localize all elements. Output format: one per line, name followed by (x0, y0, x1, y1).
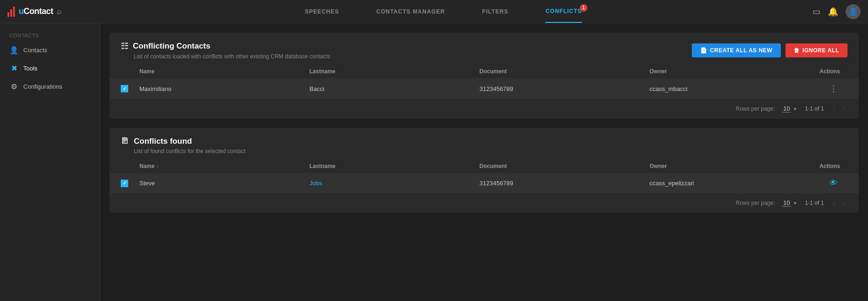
col2-name-header: Name ↑ (139, 163, 310, 169)
tab-filters[interactable]: FILTERS (482, 1, 508, 22)
sidebar-item-tools[interactable]: ✖ Tools (0, 59, 100, 77)
col2-document-header: Document (480, 163, 650, 169)
list-icon: ☷ (121, 41, 128, 51)
top-right-icons: ▭ 🔔 👤 (805, 4, 861, 19)
monitor-icon[interactable]: ▭ (813, 7, 820, 17)
conflicts-found-subtitle: List of found conflicts for the selected… (121, 148, 245, 154)
rows-per-page-select2[interactable]: 10 ▼ (782, 199, 797, 207)
sort-arrow-icon: ↑ (157, 164, 159, 169)
sidebar: Contacts 👤 Contacts ✖ Tools ⚙ Configurat… (0, 23, 100, 301)
conflicting-contacts-header: ☷ Conflicting Contacts List of contacts … (110, 33, 859, 64)
rows-per-page-value: 10 (782, 105, 791, 112)
prev-page-button2[interactable]: ‹ (831, 198, 837, 208)
tools-icon: ✖ (9, 64, 19, 73)
top-bar: uContact ⌕ SPEECHES CONTACTS MANAGER FIL… (0, 0, 868, 23)
conflicts-found-pagination: Rows per page: 10 ▼ 1-1 of 1 ‹ › (110, 193, 859, 213)
logo-icon (7, 7, 15, 17)
rows-dropdown-arrow: ▼ (793, 106, 798, 112)
rows-per-page-label: Rows per page: (736, 105, 775, 112)
row-owner: ccass_mbacci (649, 85, 820, 92)
main-nav: SPEECHES CONTACTS MANAGER FILTERS CONFLI… (82, 0, 805, 23)
page-navigation: ‹ › (831, 104, 847, 114)
conflicting-contacts-table: Name Lastname Document Owner Actions Max… (110, 64, 859, 99)
conflicts-found-title-area: 🖹 Conflicts found List of found conflict… (121, 136, 245, 154)
table-row: Steve Jobs 3123456789 ccass_epelizzari 👁 (110, 174, 859, 193)
tab-contacts-manager[interactable]: CONTACTS MANAGER (376, 1, 445, 22)
conflicting-contacts-title-area: ☷ Conflicting Contacts List of contacts … (121, 41, 331, 60)
col-owner-header: Owner (649, 68, 820, 75)
col2-lastname-header: Lastname (310, 163, 480, 169)
doc-icon: 🖹 (121, 136, 129, 146)
row2-actions-eye[interactable]: 👁 (820, 178, 847, 188)
ignore-all-button[interactable]: 🗑 IGNORE ALL (785, 43, 847, 57)
next-page-button2[interactable]: › (841, 198, 847, 208)
rows-dropdown-arrow2: ▼ (793, 201, 798, 206)
conflicting-contacts-subtitle: List of contacts loaded with conflicts w… (121, 53, 331, 60)
row-name: Maximiliano (139, 85, 310, 92)
config-icon: ⚙ (9, 82, 19, 91)
sidebar-item-configurations[interactable]: ⚙ Configurations (0, 77, 100, 96)
trash-icon: 🗑 (794, 47, 800, 54)
app-title: uContact (19, 7, 53, 16)
create-icon: 📄 (700, 47, 708, 54)
conflicts-found-table-header: Name ↑ Lastname Document Owner Actions (110, 159, 859, 174)
col-actions-header: Actions (820, 68, 847, 75)
sidebar-item-tools-label: Tools (23, 65, 37, 72)
table-row: Maximiliano Bacci 3123456789 ccass_mbacc… (110, 79, 859, 99)
conflicting-contacts-table-header: Name Lastname Document Owner Actions (110, 64, 859, 79)
logo-area: uContact ⌕ (7, 7, 82, 17)
sidebar-item-config-label: Configurations (23, 83, 62, 90)
next-page-button[interactable]: › (841, 104, 847, 114)
sidebar-section-label: Contacts (0, 29, 100, 41)
prev-page-button[interactable]: ‹ (831, 104, 837, 114)
col-name-header: Name (139, 68, 310, 75)
col2-owner-header: Owner (649, 163, 820, 169)
conflicts-found-title: 🖹 Conflicts found (121, 136, 245, 146)
conflicting-contacts-title: ☷ Conflicting Contacts (121, 41, 331, 51)
conflicts-found-table: Name ↑ Lastname Document Owner Actions S… (110, 159, 859, 193)
rows-per-page-select[interactable]: 10 ▼ (782, 105, 797, 112)
col2-actions-header: Actions (820, 163, 847, 169)
row2-document: 3123456789 (480, 180, 650, 187)
row2-checkbox[interactable] (121, 180, 128, 187)
col-lastname-header: Lastname (310, 68, 480, 75)
tab-speeches[interactable]: SPEECHES (305, 1, 339, 22)
row2-lastname[interactable]: Jobs (310, 180, 480, 187)
tab-conflicts[interactable]: CONFLICTS 1 (545, 0, 582, 23)
rows-per-page-label2: Rows per page: (736, 200, 775, 206)
create-all-as-new-button[interactable]: 📄 CREATE ALL AS NEW (692, 43, 781, 57)
conflicting-contacts-card: ☷ Conflicting Contacts List of contacts … (110, 33, 859, 119)
conflicts-badge: 1 (580, 4, 587, 12)
col-document-header: Document (480, 68, 650, 75)
main-content: ☷ Conflicting Contacts List of contacts … (100, 23, 868, 301)
user-avatar[interactable]: 👤 (846, 4, 861, 19)
conflicts-found-header: 🖹 Conflicts found List of found conflict… (110, 128, 859, 159)
conflicting-contacts-pagination: Rows per page: 10 ▼ 1-1 of 1 ‹ › (110, 99, 859, 119)
row-checkbox[interactable] (121, 85, 128, 92)
bell-icon[interactable]: 🔔 (828, 7, 838, 17)
search-icon[interactable]: ⌕ (57, 7, 62, 16)
conflicting-contacts-actions: 📄 CREATE ALL AS NEW 🗑 IGNORE ALL (692, 43, 847, 57)
row2-name: Steve (139, 180, 310, 187)
row2-owner: ccass_epelizzari (649, 180, 820, 187)
rows-per-page-value2: 10 (782, 199, 791, 207)
sidebar-item-contacts-label: Contacts (23, 47, 47, 54)
contacts-icon: 👤 (9, 46, 19, 55)
row-actions-dots[interactable]: ⋮ (820, 84, 847, 94)
conflicts-found-card: 🖹 Conflicts found List of found conflict… (110, 128, 859, 213)
row-lastname: Bacci (310, 85, 480, 92)
row-document: 3123456789 (480, 85, 650, 92)
page-info2: 1-1 of 1 (805, 200, 824, 206)
sidebar-item-contacts[interactable]: 👤 Contacts (0, 41, 100, 59)
page-info: 1-1 of 1 (805, 105, 824, 112)
layout: Contacts 👤 Contacts ✖ Tools ⚙ Configurat… (0, 23, 868, 301)
page-navigation2: ‹ › (831, 198, 847, 208)
